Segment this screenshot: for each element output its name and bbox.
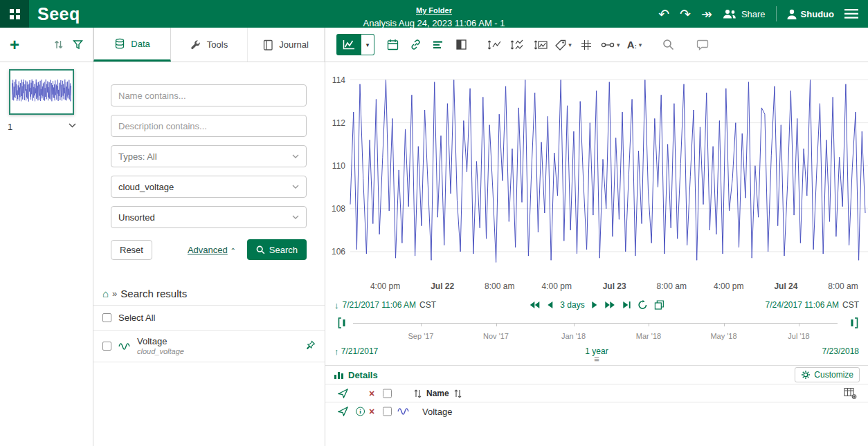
timeline-tick-mark — [496, 323, 497, 326]
details-select-all-checkbox[interactable] — [383, 389, 392, 398]
investigate-end[interactable]: 7/23/2018 — [822, 346, 859, 356]
advanced-link[interactable]: Advanced ⌃ — [188, 245, 236, 255]
duration-label[interactable]: 3 days — [560, 300, 584, 310]
apps-grid-icon — [10, 9, 20, 19]
tab-tools[interactable]: Tools — [171, 28, 248, 62]
tab-journal-label: Journal — [279, 39, 309, 50]
details-row-checkbox[interactable] — [383, 407, 392, 416]
redo-button[interactable]: ↷ — [680, 8, 691, 21]
step-forward-button[interactable] — [592, 301, 598, 309]
trend-chart[interactable]: 1061081101121144:00 pmJul 228:00 am4:00 … — [325, 62, 868, 295]
capsule-list-button[interactable] — [430, 35, 446, 55]
name-contains-input[interactable] — [111, 84, 307, 106]
autoscale-button[interactable] — [532, 35, 549, 55]
item-checkbox[interactable] — [102, 342, 111, 351]
tab-data[interactable]: Data — [93, 28, 171, 62]
chevron-down-icon — [292, 154, 299, 158]
breadcrumb-my-folder[interactable]: My Folder — [416, 6, 452, 15]
step-forward-full-button[interactable] — [605, 301, 616, 309]
one-axis-button[interactable] — [509, 35, 526, 55]
panel-tabs: Data Tools Journal — [93, 28, 325, 62]
step-to-now-button[interactable] — [623, 301, 631, 309]
trend-view-button[interactable]: ▾ — [336, 34, 374, 55]
item-name: Voltage — [137, 336, 184, 347]
zoom-button[interactable] — [660, 35, 677, 55]
timeline-track[interactable] — [353, 323, 838, 324]
description-contains-input[interactable] — [111, 115, 307, 137]
forward-icon — [592, 301, 598, 309]
svg-text:110: 110 — [332, 161, 345, 171]
investigate-start[interactable]: 7/21/2017 — [341, 346, 378, 356]
name-column-header[interactable]: Name — [414, 389, 462, 398]
tab-journal[interactable]: Journal — [248, 28, 325, 62]
capsule-time-button[interactable]: ▾ — [601, 35, 620, 55]
item-info-button[interactable]: i — [356, 407, 365, 416]
navigate-item-button[interactable] — [338, 407, 348, 416]
dimension-icon — [601, 41, 615, 49]
auto-update-button[interactable] — [638, 300, 648, 310]
details-row-name: Voltage — [422, 406, 452, 416]
results-header-label: Search results — [120, 288, 187, 299]
customize-button[interactable]: Customize — [795, 367, 860, 382]
remove-item-button[interactable]: × — [369, 407, 374, 416]
svg-text:106: 106 — [332, 247, 345, 257]
investigate-range-button[interactable] — [384, 35, 401, 55]
apps-menu-button[interactable] — [0, 0, 29, 28]
undo-button[interactable]: ↶ — [658, 8, 669, 21]
select-all-checkbox[interactable] — [102, 313, 111, 322]
user-menu[interactable]: Shuduo — [787, 9, 834, 19]
worksheet-thumbnail[interactable] — [9, 69, 74, 115]
home-icon[interactable]: ⌂ — [102, 288, 109, 299]
wrench-icon — [190, 39, 201, 50]
hamburger-menu-button[interactable] — [844, 9, 858, 19]
annotate-button[interactable] — [694, 35, 711, 55]
labels-button[interactable]: A: ▾ — [626, 35, 643, 55]
timeline-left-handle[interactable] — [338, 317, 349, 328]
timeline-right-handle[interactable] — [847, 317, 858, 328]
table-options-button[interactable] — [844, 387, 857, 399]
sort-worksheets-button[interactable] — [54, 40, 63, 49]
bars-icon — [433, 40, 444, 50]
trend-view-main[interactable] — [336, 34, 361, 55]
filter-worksheets-button[interactable] — [73, 39, 83, 50]
navigate-column-button[interactable] — [338, 389, 348, 398]
display-range-start[interactable]: 7/21/2017 11:06 AM — [343, 300, 417, 310]
result-item[interactable]: Voltage cloud_voltage — [93, 331, 325, 362]
forward-arrows-icon: ↠ — [701, 7, 712, 21]
trend-chart-icon — [343, 39, 355, 50]
search-button[interactable]: Search — [247, 239, 307, 260]
gridlines-button[interactable] — [578, 35, 595, 55]
step-back-button[interactable] — [547, 301, 553, 309]
worksheet-collapse-button[interactable] — [69, 123, 76, 128]
worksheets-panel: 1 — [0, 62, 93, 446]
chain-view-button[interactable] — [407, 35, 424, 55]
investigate-start-arrow-icon[interactable]: ↑ — [334, 346, 339, 357]
step-back-full-button[interactable] — [529, 301, 540, 309]
forward-history-button[interactable]: ↠ — [701, 8, 712, 21]
details-row[interactable]: i × Voltage — [325, 402, 868, 420]
range-start-arrow-icon[interactable]: ↓ — [334, 300, 339, 310]
pin-icon — [306, 340, 316, 350]
add-worksheet-button[interactable]: + — [10, 37, 19, 53]
capsule-tag-button[interactable]: ▾ — [555, 35, 572, 55]
remove-all-button[interactable]: × — [369, 389, 374, 398]
chevron-down-icon: ▾ — [617, 41, 620, 48]
compare-mode-button[interactable] — [453, 35, 469, 55]
types-select[interactable]: Types: All — [111, 145, 307, 167]
step-end-icon — [623, 301, 631, 309]
signal-icon — [118, 342, 130, 351]
reset-button[interactable]: Reset — [111, 240, 152, 260]
copy-range-button[interactable] — [655, 300, 664, 310]
one-lane-button[interactable] — [487, 35, 503, 55]
share-button[interactable]: Share — [723, 8, 766, 19]
svg-text:108: 108 — [332, 204, 345, 214]
display-range-end[interactable]: 7/24/2017 11:06 AM — [765, 300, 839, 310]
sort-select[interactable]: Unsorted — [111, 206, 307, 228]
timeline-tick-mark — [649, 323, 649, 326]
panel-resize-handle[interactable]: ≡ — [594, 355, 599, 364]
pin-item-button[interactable] — [306, 340, 316, 353]
trend-view-caret[interactable]: ▾ — [361, 34, 374, 55]
datasource-select[interactable]: cloud_voltage — [111, 176, 307, 198]
timeline-labels: Sep '17Nov '17Jan '18Mar '18May '18Jul '… — [353, 332, 838, 342]
display-range-start-tz: CST — [419, 300, 436, 310]
